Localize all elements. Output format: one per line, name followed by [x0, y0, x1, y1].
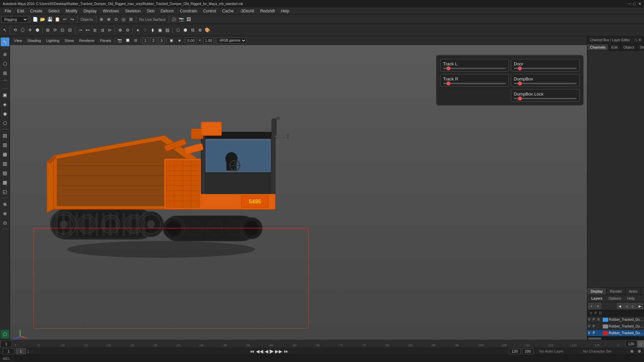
layer3-r[interactable]: R	[597, 331, 602, 335]
viewport-canvas[interactable]: Track L Track R	[10, 45, 587, 340]
menu-create[interactable]: Create	[28, 8, 45, 14]
extra1-icon[interactable]: ⬡	[174, 27, 181, 34]
mode-select[interactable]: Rigging	[1, 16, 28, 23]
layer1-v[interactable]: V	[588, 318, 593, 321]
tab-show[interactable]: Show	[637, 44, 644, 50]
vt-show[interactable]: Show	[63, 38, 76, 43]
rig5-icon[interactable]: ▤	[164, 27, 171, 34]
ik-icon[interactable]: ⬡	[1, 59, 9, 68]
hud-track-l-thumb[interactable]	[446, 66, 450, 70]
menu-redshift[interactable]: Redshift	[258, 8, 278, 14]
vt-renderer[interactable]: Renderer	[77, 38, 97, 43]
current-frame-input[interactable]	[3, 348, 14, 354]
manip-icon[interactable]: ⊟	[66, 27, 73, 34]
lt-icon-7[interactable]: ◉	[1, 109, 9, 118]
render2-icon[interactable]: 📷	[178, 16, 185, 23]
hud-track-r-slider[interactable]	[443, 83, 506, 84]
paint-skin-icon[interactable]: ⊛	[1, 50, 9, 59]
tab-object[interactable]: Object	[621, 44, 637, 50]
menu-windows[interactable]: Windows	[100, 8, 122, 14]
open-icon[interactable]: 📂	[39, 16, 46, 23]
maximize-btn[interactable]: □	[633, 2, 636, 6]
snap4-icon[interactable]: ◎	[120, 16, 127, 23]
minimize-btn[interactable]: ─	[628, 2, 631, 6]
viewport[interactable]: View Shading Lighting Show Renderer Pane…	[10, 36, 587, 340]
tab-edit[interactable]: Edit	[608, 44, 621, 50]
marked-frame-input[interactable]	[16, 348, 26, 354]
pb-go-start[interactable]: ⏮	[250, 349, 255, 354]
menu-display[interactable]: Display	[81, 8, 99, 14]
paint-icon[interactable]: ⬡	[19, 27, 26, 34]
tool8-icon[interactable]: ⊴	[99, 27, 106, 34]
layer-step-back[interactable]: ◁	[624, 303, 630, 309]
vt-val1[interactable]: 0.00	[186, 38, 196, 44]
lt-icon-bottom[interactable]: ⬡	[1, 330, 9, 339]
timeline-area[interactable]: 1 5 10 15 20 25 30 35 40 45 50 55 60 65 …	[12, 340, 625, 348]
transform-icon[interactable]: ⊞	[44, 27, 51, 34]
menu-skin[interactable]: Skin	[144, 8, 157, 14]
layer-options-btn[interactable]: ≡	[595, 303, 601, 309]
char-set-icon2[interactable]: ⊗	[636, 348, 643, 355]
menu-help[interactable]: Help	[278, 8, 292, 14]
layer1-p[interactable]: P	[593, 318, 597, 321]
layer3-color[interactable]	[603, 331, 608, 335]
rig4-icon[interactable]: ▣	[157, 27, 163, 34]
vt-val2[interactable]: 1.00	[203, 38, 214, 44]
rig1-icon[interactable]: ♦	[135, 27, 141, 34]
tab-render[interactable]: Render	[606, 288, 626, 295]
vt-smooth[interactable]: ◈	[176, 37, 183, 44]
hud-door-slider[interactable]	[514, 68, 577, 69]
menu-skeleton[interactable]: Skeleton	[122, 8, 144, 14]
layer-right-btn[interactable]: ▶	[637, 303, 643, 309]
new-scene-icon[interactable]: 📄	[32, 16, 39, 23]
char-set-icon1[interactable]: ⊕	[629, 348, 635, 355]
snap5-icon[interactable]: ⊞	[127, 16, 134, 23]
snap3-icon[interactable]: ⊙	[113, 16, 119, 23]
layer-left-btn[interactable]: ◀	[617, 303, 623, 309]
mel-input[interactable]	[13, 355, 644, 362]
layer2-color[interactable]	[603, 324, 608, 328]
scale-icon[interactable]: ⊡	[59, 27, 66, 34]
vt-icon3[interactable]: ⊟	[132, 37, 139, 44]
menu-modify[interactable]: Modify	[63, 8, 80, 14]
curve-icon[interactable]: ⌒	[1, 78, 9, 87]
layer1-r[interactable]: R	[597, 318, 602, 321]
lt-icon-9[interactable]: ▤	[1, 131, 9, 140]
pb-step-back[interactable]: ◀◀	[256, 349, 263, 354]
lt-icon-17[interactable]: ⊗	[1, 209, 9, 218]
menu-3dtoall[interactable]: -3DtoAll	[237, 8, 257, 14]
layer3-v[interactable]: V	[588, 331, 593, 335]
layer2-p[interactable]: P	[593, 324, 597, 328]
frame-start-input[interactable]	[0, 341, 12, 347]
vt-shading[interactable]: Shading	[25, 38, 43, 43]
vt-panels[interactable]: Panels	[98, 38, 113, 43]
range-end-input[interactable]	[509, 348, 521, 354]
hud-dumpbox-lock-slider[interactable]	[514, 98, 577, 99]
cluster-icon[interactable]: ⊞	[1, 69, 9, 77]
lt-icon-15[interactable]: ◱	[1, 187, 9, 196]
hud-dumpbox-slider[interactable]	[514, 83, 577, 84]
layer1-color[interactable]	[603, 318, 608, 322]
tool9-icon[interactable]: ⊳	[106, 27, 113, 34]
layer-h-scrollbar[interactable]	[587, 337, 644, 340]
subtab-options[interactable]: Options	[606, 296, 624, 301]
close-btn[interactable]: ✕	[638, 2, 641, 6]
panel-close-btn[interactable]: ✕	[638, 38, 641, 42]
tab-channels[interactable]: Channels	[587, 44, 608, 50]
title-controls[interactable]: ─ □ ✕	[628, 2, 641, 6]
snap1-icon[interactable]: ⊕	[98, 16, 105, 23]
tool6-icon[interactable]: ⊷	[84, 27, 91, 34]
menu-deform[interactable]: Deform	[158, 8, 176, 14]
menu-control[interactable]: Control	[201, 8, 219, 14]
rotate-icon[interactable]: ⟳	[52, 27, 58, 34]
save-icon[interactable]: 💾	[47, 16, 53, 23]
vt-view[interactable]: View	[12, 38, 24, 43]
arrow-tool-icon[interactable]: ↖	[1, 38, 9, 46]
quality-2[interactable]: 2	[150, 37, 157, 44]
lt-icon-8[interactable]: ⬡	[1, 119, 9, 127]
lt-icon-11[interactable]: ▦	[1, 150, 9, 159]
undo-icon[interactable]: ↩	[61, 16, 68, 23]
layer2-v[interactable]: V	[588, 324, 593, 328]
lt-icon-16[interactable]: ⊕	[1, 200, 9, 208]
hud-door-thumb[interactable]	[518, 66, 522, 70]
